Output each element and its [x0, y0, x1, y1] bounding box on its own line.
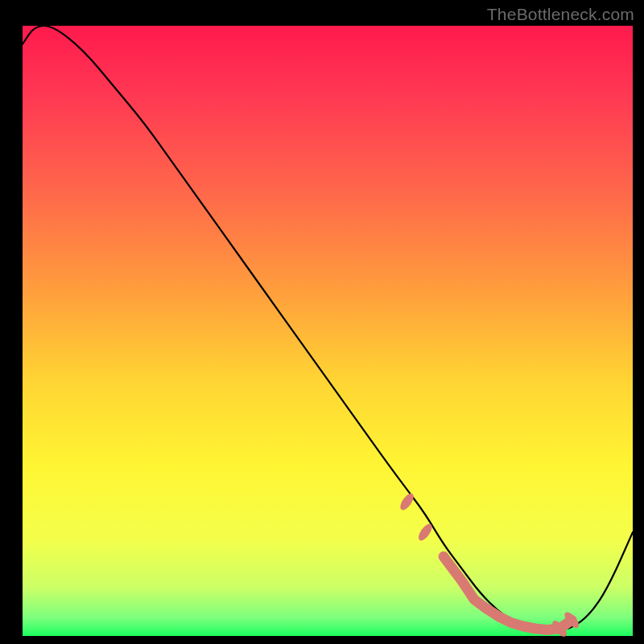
watermark-text: TheBottleneck.com — [487, 5, 634, 24]
marker-dot — [457, 576, 466, 585]
marker-dot — [494, 612, 503, 621]
marker-dot — [518, 621, 527, 630]
gradient-background — [23, 26, 633, 636]
marker-dot — [543, 625, 551, 634]
marker-dot — [506, 618, 515, 627]
marker-dot — [482, 604, 491, 613]
marker-dot — [469, 595, 478, 604]
bottleneck-curve-chart — [0, 0, 644, 644]
marker-dot — [530, 624, 539, 633]
marker-dot — [440, 552, 448, 561]
chart-container: TheBottleneck.com — [0, 0, 644, 644]
